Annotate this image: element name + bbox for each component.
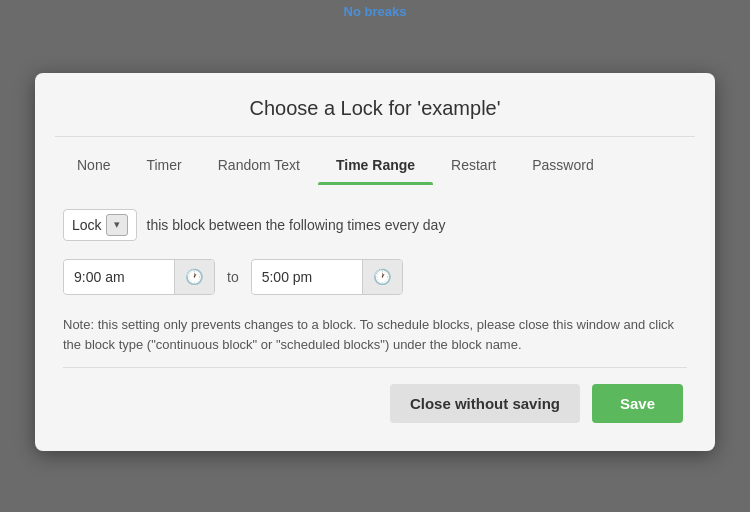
lock-row: Lock ▾ this block between the following … <box>63 209 687 241</box>
close-without-saving-button[interactable]: Close without saving <box>390 384 580 423</box>
time-to-wrapper: 🕐 <box>251 259 403 295</box>
time-from-input[interactable] <box>64 261 174 293</box>
modal-title-divider <box>55 136 695 137</box>
modal: Choose a Lock for 'example' None Timer R… <box>35 73 715 451</box>
tab-time-range[interactable]: Time Range <box>318 141 433 185</box>
lock-description: this block between the following times e… <box>147 217 446 233</box>
time-from-clock-button[interactable]: 🕐 <box>174 260 214 294</box>
content-area: Lock ▾ this block between the following … <box>35 185 715 451</box>
lock-select[interactable]: Lock ▾ <box>63 209 137 241</box>
tabs: None Timer Random Text Time Range Restar… <box>35 141 715 185</box>
time-row: 🕐 to 🕐 <box>63 259 687 295</box>
time-to-input[interactable] <box>252 261 362 293</box>
time-to-clock-button[interactable]: 🕐 <box>362 260 402 294</box>
modal-title: Choose a Lock for 'example' <box>35 73 715 136</box>
tab-restart[interactable]: Restart <box>433 141 514 185</box>
save-button[interactable]: Save <box>592 384 683 423</box>
tab-password[interactable]: Password <box>514 141 611 185</box>
footer-divider <box>63 367 687 368</box>
clock-icon-2: 🕐 <box>373 268 392 286</box>
dropdown-arrow-icon: ▾ <box>106 214 128 236</box>
time-from-wrapper: 🕐 <box>63 259 215 295</box>
tab-timer[interactable]: Timer <box>128 141 199 185</box>
tab-none[interactable]: None <box>59 141 128 185</box>
top-bar: No breaks <box>0 0 750 22</box>
clock-icon: 🕐 <box>185 268 204 286</box>
lock-select-label: Lock <box>72 217 102 233</box>
to-label: to <box>227 269 239 285</box>
top-bar-text: No breaks <box>344 4 407 19</box>
footer: Close without saving Save <box>63 384 687 431</box>
note-text: Note: this setting only prevents changes… <box>63 315 687 355</box>
tab-random-text[interactable]: Random Text <box>200 141 318 185</box>
